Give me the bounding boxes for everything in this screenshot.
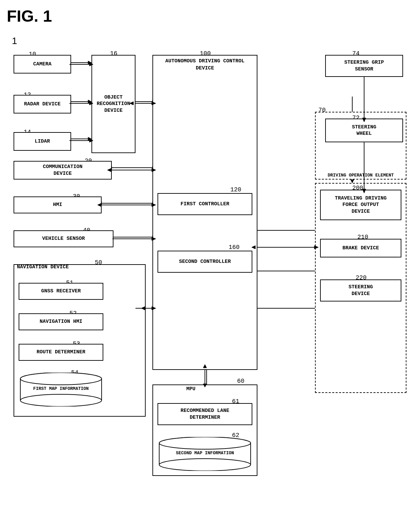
object-recognition-box: OBJECT RECOGNITION DEVICE bbox=[91, 55, 135, 153]
mpu-label: MPU bbox=[186, 386, 195, 392]
traveling-driving-box: TRAVELING DRIVING FORCE OUTPUT DEVICE bbox=[320, 190, 401, 220]
steering-grip-box: STEERING GRIP SENSOR bbox=[325, 55, 403, 77]
route-determiner-box: ROUTE DETERMINER bbox=[19, 344, 103, 361]
navigation-hmi-box: NAVIGATION HMI bbox=[19, 313, 103, 330]
first-controller-box: FIRST CONTROLLER bbox=[158, 193, 252, 215]
radar-box: RADAR DEVICE bbox=[14, 95, 71, 113]
recommended-lane-box: RECOMMENDED LANE DETERMINER bbox=[158, 403, 252, 425]
gnss-receiver-box: GNSS RECEIVER bbox=[19, 283, 103, 300]
vehicle-sensor-box: VEHICLE SENSOR bbox=[14, 230, 113, 247]
ref-160: 160 bbox=[229, 244, 239, 251]
svg-point-44 bbox=[159, 459, 251, 471]
camera-box: CAMERA bbox=[14, 55, 71, 74]
first-map-cylinder: FIRST MAP INFORMATION bbox=[19, 373, 103, 406]
communication-box: COMMUNICATION DEVICE bbox=[14, 161, 112, 180]
steering-device-box: STEERING DEVICE bbox=[320, 279, 401, 301]
autonomous-control-label: AUTONOMOUS DRIVING CONTROL DEVICE bbox=[156, 58, 254, 72]
svg-point-38 bbox=[20, 394, 102, 406]
steering-wheel-box: STEERING WHEEL bbox=[325, 119, 403, 142]
page: FIG. 1 1 bbox=[0, 0, 420, 522]
ref-60: 60 bbox=[237, 378, 245, 384]
lidar-box: LIDAR bbox=[14, 132, 71, 151]
diagram: 10 CAMERA 12 RADAR DEVICE 14 LIDAR 16 OB… bbox=[7, 27, 413, 518]
svg-marker-5 bbox=[88, 137, 91, 141]
hmi-box: HMI bbox=[14, 196, 102, 213]
ref-120: 120 bbox=[230, 186, 241, 193]
brake-device-box: BRAKE DEVICE bbox=[320, 239, 401, 257]
fig-title: FIG. 1 bbox=[7, 7, 413, 25]
second-controller-box: SECOND CONTROLLER bbox=[158, 251, 252, 273]
navigation-device-label: NAVIGATION DEVICE bbox=[17, 264, 69, 270]
svg-marker-1 bbox=[88, 61, 91, 64]
driving-op-element-label: DRIVING OPERATION ELEMENT bbox=[317, 173, 405, 178]
svg-marker-26 bbox=[351, 180, 354, 183]
svg-marker-3 bbox=[88, 100, 91, 103]
second-map-cylinder: SECOND MAP INFORMATION bbox=[158, 437, 252, 471]
